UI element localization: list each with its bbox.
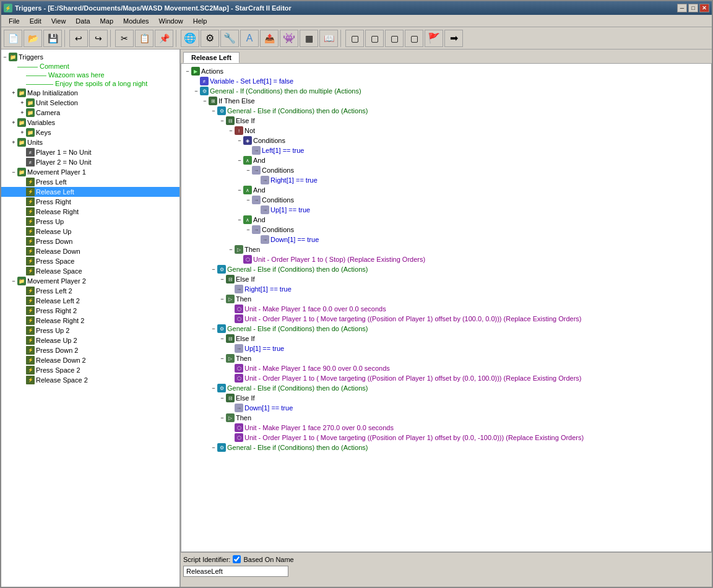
- action-toggle[interactable]: −: [244, 167, 252, 173]
- tree-item[interactable]: ⚡ Press Up: [1, 217, 179, 227]
- tb-btn-5[interactable]: 📤: [260, 30, 279, 47]
- action-row[interactable]: − ⚙ General - If (Conditions) then do mu…: [184, 86, 709, 96]
- action-row[interactable]: − ⚙ General - Else if (Conditions) then …: [184, 443, 709, 452]
- tree-item[interactable]: ——— Wazoom was here: [1, 71, 179, 79]
- action-row[interactable]: − ⊞ If Then Else: [184, 96, 709, 106]
- action-toggle[interactable]: −: [218, 335, 226, 342]
- tb-btn-8[interactable]: 📖: [319, 30, 338, 47]
- tree-toggle[interactable]: −: [10, 169, 17, 175]
- action-toggle[interactable]: −: [210, 266, 217, 272]
- paste-button[interactable]: 📌: [155, 30, 173, 47]
- action-row[interactable]: ≠ Variable - Set Left[1] = false: [184, 76, 709, 86]
- tree-toggle[interactable]: +: [10, 119, 17, 126]
- action-row[interactable]: − ! Not: [184, 126, 709, 136]
- action-toggle[interactable]: −: [192, 88, 200, 94]
- menu-data[interactable]: Data: [71, 16, 95, 26]
- new-button[interactable]: 📄: [4, 30, 22, 47]
- action-row[interactable]: → Down[1] == true: [184, 403, 709, 413]
- tree-item[interactable]: − 📁 Movement Player 1: [1, 167, 179, 177]
- undo-button[interactable]: ↩: [69, 30, 88, 47]
- cut-button[interactable]: ✂: [115, 30, 134, 47]
- tb-btn-1[interactable]: 🌐: [181, 30, 199, 47]
- menu-map[interactable]: Map: [95, 16, 118, 26]
- action-row[interactable]: → Right[1] == true: [184, 284, 709, 294]
- tree-item[interactable]: − 📁 Triggers: [1, 52, 179, 62]
- tree-item[interactable]: ⚡ Press Left: [1, 177, 179, 187]
- tree-item[interactable]: ⚡ Release Down: [1, 246, 179, 256]
- action-row[interactable]: → Left[1] == true: [184, 145, 709, 155]
- action-toggle[interactable]: −: [218, 276, 226, 282]
- action-row[interactable]: → Right[1] == true: [184, 175, 709, 185]
- tb-btn-11[interactable]: ▢: [385, 30, 404, 47]
- action-row[interactable]: − ⊟ Else If: [184, 116, 709, 126]
- tree-toggle[interactable]: +: [19, 100, 26, 106]
- action-toggle[interactable]: −: [218, 415, 226, 421]
- menu-edit[interactable]: Edit: [25, 16, 46, 26]
- tree-item[interactable]: ⚡ Press Right 2: [1, 306, 179, 316]
- tree-toggle[interactable]: +: [19, 110, 26, 116]
- maximize-button[interactable]: □: [688, 4, 698, 12]
- action-row[interactable]: ⬡ Unit - Make Player 1 face 0.0 over 0.0…: [184, 304, 709, 314]
- save-button[interactable]: 💾: [43, 30, 62, 47]
- tree-item[interactable]: ⚡ Press Left 2: [1, 286, 179, 296]
- tree-item[interactable]: ⚡ Release Up 2: [1, 335, 179, 345]
- tree-item[interactable]: ≠ Player 2 = No Unit: [1, 157, 179, 167]
- action-toggle[interactable]: −: [201, 98, 209, 104]
- action-row[interactable]: − ⚙ General - Else if (Conditions) then …: [184, 383, 709, 393]
- action-toggle[interactable]: −: [227, 246, 235, 253]
- action-toggle[interactable]: −: [210, 108, 217, 114]
- action-toggle[interactable]: −: [244, 227, 252, 233]
- tree-item[interactable]: ——— Comment: [1, 62, 179, 71]
- action-toggle[interactable]: −: [210, 444, 217, 451]
- tree-item[interactable]: ⚡ Press Up 2: [1, 326, 179, 335]
- tree-item[interactable]: ⚡ Press Down: [1, 236, 179, 246]
- tb-btn-3[interactable]: 🔧: [220, 30, 239, 47]
- tb-btn-2[interactable]: ⚙: [201, 30, 219, 47]
- tree-item[interactable]: ≠ Player 1 = No Unit: [1, 147, 179, 157]
- tb-btn-7[interactable]: ▦: [300, 30, 318, 47]
- action-row[interactable]: − ⚙ General - Else if (Conditions) then …: [184, 264, 709, 274]
- action-row[interactable]: − ∧ And: [184, 185, 709, 195]
- tree-item[interactable]: ⚡ Release Space 2: [1, 375, 179, 385]
- action-row[interactable]: ⬡ Unit - Make Player 1 face 90.0 over 0.…: [184, 363, 709, 373]
- tree-toggle[interactable]: +: [19, 129, 26, 136]
- tree-item[interactable]: ⚡ Press Down 2: [1, 345, 179, 355]
- action-row[interactable]: − ∧ And: [184, 155, 709, 165]
- action-toggle[interactable]: −: [218, 296, 226, 302]
- action-toggle[interactable]: −: [236, 137, 243, 144]
- tree-item[interactable]: ⚡ Press Space 2: [1, 365, 179, 375]
- action-row[interactable]: − ▷ Then: [184, 353, 709, 363]
- tb-btn-4[interactable]: A: [240, 30, 259, 47]
- tree-item[interactable]: ⚡ Release Down 2: [1, 355, 179, 365]
- action-row[interactable]: − → Conditions: [184, 195, 709, 205]
- action-row[interactable]: ⬡ Unit - Order Player 1 to ( Move target…: [184, 373, 709, 383]
- tb-flag[interactable]: 🚩: [425, 30, 443, 47]
- tree-item[interactable]: + 📁 Units: [1, 137, 179, 147]
- action-row[interactable]: ⬡ Unit - Order Player 1 to ( Stop) (Repl…: [184, 254, 709, 264]
- tree-item[interactable]: + 📁 Map Initialization: [1, 88, 179, 98]
- tree-item[interactable]: ⚡ Release Right 2: [1, 316, 179, 326]
- open-button[interactable]: 📂: [24, 30, 42, 47]
- based-on-name-checkbox[interactable]: [233, 555, 241, 563]
- tb-btn-12[interactable]: ▢: [405, 30, 423, 47]
- action-toggle[interactable]: −: [210, 326, 217, 332]
- tree-item[interactable]: ⚡ Press Space: [1, 256, 179, 266]
- menu-file[interactable]: File: [4, 16, 25, 26]
- tb-btn-9[interactable]: ▢: [345, 30, 364, 47]
- action-row[interactable]: − ⚙ General - Else if (Conditions) then …: [184, 106, 709, 116]
- action-toggle[interactable]: −: [210, 385, 217, 391]
- tree-item[interactable]: + 📁 Camera: [1, 108, 179, 118]
- tree-item[interactable]: + 📁 Variables: [1, 118, 179, 128]
- action-row[interactable]: → Up[1] == true: [184, 344, 709, 353]
- tree-item[interactable]: + 📁 Unit Selection: [1, 98, 179, 108]
- action-toggle[interactable]: −: [236, 187, 243, 193]
- tree-toggle[interactable]: +: [10, 90, 17, 96]
- redo-button[interactable]: ↪: [89, 30, 108, 47]
- action-toggle[interactable]: −: [236, 217, 243, 223]
- action-row[interactable]: → Down[1] == true: [184, 235, 709, 244]
- trigger-tree[interactable]: − 📁 Triggers ——— Comment ——— Wazoom was …: [1, 50, 179, 587]
- action-toggle[interactable]: −: [236, 157, 243, 163]
- action-row[interactable]: − ▷ Then: [184, 244, 709, 254]
- action-row[interactable]: ⬡ Unit - Order Player 1 to ( Move target…: [184, 433, 709, 443]
- action-toggle[interactable]: −: [218, 118, 226, 124]
